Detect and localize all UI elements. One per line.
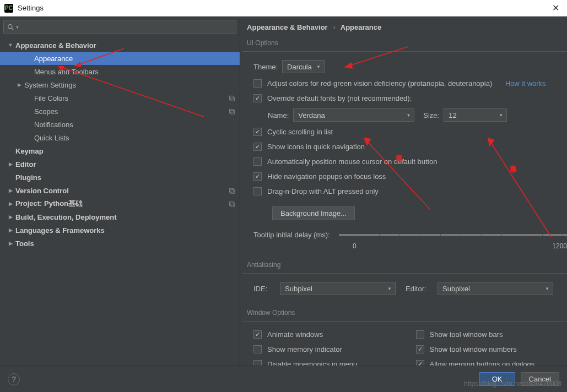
theme-value: Darcula <box>287 63 312 71</box>
svg-rect-5 <box>231 111 235 115</box>
chevron-down-icon: ▼ <box>15 25 19 29</box>
close-icon[interactable]: ✕ <box>549 3 563 13</box>
chevron-down-icon: ▼ <box>499 113 503 118</box>
allow-merge-checkbox[interactable] <box>416 360 424 366</box>
override-fonts-checkbox[interactable] <box>253 94 262 102</box>
tree-item-label: Notifications <box>34 121 235 129</box>
help-icon[interactable]: ? <box>8 373 20 385</box>
adjust-colors-label: Adjust colors for red-green vision defic… <box>267 79 492 88</box>
expand-icon: ▶ <box>8 201 13 206</box>
tree-item[interactable]: Quick Lists <box>0 131 240 144</box>
font-size-value: 12 <box>449 111 456 119</box>
tree-item-label: Version Control <box>15 187 229 195</box>
search-icon <box>7 24 14 31</box>
svg-rect-4 <box>230 109 234 113</box>
breadcrumb: Appearance & Behavior › Appearance <box>240 17 567 37</box>
animate-windows-checkbox[interactable] <box>253 330 262 339</box>
tree-item-label: Build, Execution, Deployment <box>15 213 235 221</box>
how-it-works-link[interactable]: How it works <box>505 79 546 88</box>
expand-icon: ▶ <box>8 161 13 167</box>
tree-item[interactable]: ▶Languages & Frameworks <box>0 224 240 237</box>
tree-item-label: Quick Lists <box>34 134 235 142</box>
ok-button[interactable]: OK <box>479 372 515 386</box>
cancel-button[interactable]: Cancel <box>521 372 559 386</box>
show-memory-checkbox[interactable] <box>253 345 262 353</box>
background-image-button[interactable]: Background Image... <box>272 206 355 220</box>
settings-tree[interactable]: ▼Appearance & BehaviorAppearanceMenus an… <box>0 36 240 366</box>
aa-ide-value: Subpixel <box>285 285 312 293</box>
aa-editor-label: Editor: <box>406 285 433 293</box>
font-name-select[interactable]: Verdana ▼ <box>293 108 414 122</box>
aa-editor-select[interactable]: Subpixel▼ <box>438 282 553 295</box>
chevron-down-icon: ▼ <box>545 286 549 291</box>
cyclic-scroll-checkbox[interactable] <box>253 128 262 136</box>
tree-item[interactable]: ▶Build, Execution, Deployment <box>0 210 240 224</box>
tree-item[interactable]: ▶Tools <box>0 237 240 250</box>
tree-item[interactable]: Menus and Toolbars <box>0 65 240 78</box>
override-fonts-label: Override default fonts by (not recommend… <box>267 94 412 102</box>
tree-item[interactable]: ▶Project: Python基础 <box>0 197 240 210</box>
tree-item[interactable]: ▶Version Control <box>0 184 240 197</box>
aa-ide-select[interactable]: Subpixel▼ <box>280 282 396 295</box>
expand-icon: ▶ <box>8 188 13 193</box>
chevron-down-icon: ▼ <box>406 113 411 118</box>
project-icon <box>229 187 235 194</box>
drag-alt-checkbox[interactable] <box>253 187 262 195</box>
window-title: Settings <box>18 4 549 12</box>
aa-ide-label: IDE: <box>253 285 276 293</box>
tooltip-delay-slider[interactable] <box>339 234 567 236</box>
cyclic-scroll-label: Cyclic scrolling in list <box>267 128 333 136</box>
app-icon: PC <box>4 4 13 13</box>
drag-alt-label: Drag-n-Drop with ALT pressed only <box>267 187 379 195</box>
tree-item[interactable]: ▶System Settings <box>0 78 240 91</box>
breadcrumb-root: Appearance & Behavior <box>247 23 328 31</box>
slider-max: 1200 <box>552 242 567 250</box>
tool-window-bars-checkbox[interactable] <box>416 330 424 339</box>
tree-item[interactable]: ▶Editor <box>0 157 240 171</box>
tree-item[interactable]: Keymap <box>0 144 240 157</box>
slider-min: 0 <box>353 242 357 250</box>
dialog-footer: ? OK Cancel <box>0 366 567 392</box>
auto-cursor-checkbox[interactable] <box>253 157 262 166</box>
theme-select[interactable]: Darcula ▼ <box>282 60 325 73</box>
tree-item-label: Editor <box>15 160 235 168</box>
font-size-label: Size: <box>423 111 439 119</box>
search-input[interactable]: ▼ <box>3 20 236 34</box>
tree-item-label: Scopes <box>34 107 229 116</box>
svg-rect-9 <box>231 203 235 207</box>
tree-item[interactable]: Notifications <box>0 118 240 131</box>
chevron-down-icon: ▼ <box>387 286 392 291</box>
tree-item[interactable]: Appearance <box>0 52 240 65</box>
show-icons-checkbox[interactable] <box>253 143 262 151</box>
tree-item-label: Appearance & Behavior <box>15 41 235 50</box>
section-ui-options: UI Options <box>242 37 567 52</box>
project-icon <box>229 200 235 207</box>
tree-item-label: Plugins <box>15 173 235 182</box>
font-name-label: Name: <box>268 111 289 119</box>
section-antialiasing: Antialiasing <box>242 259 567 274</box>
tree-item[interactable]: Scopes <box>0 105 240 118</box>
tree-item[interactable]: File Colors <box>0 91 240 105</box>
font-name-value: Verdana <box>298 111 325 119</box>
font-size-select[interactable]: 12 ▼ <box>444 108 507 122</box>
tree-item-label: Menus and Toolbars <box>34 68 235 76</box>
adjust-colors-checkbox[interactable] <box>253 79 262 88</box>
expand-icon: ▶ <box>8 214 13 220</box>
tree-item[interactable]: ▼Appearance & Behavior <box>0 39 240 52</box>
expand-icon: ▼ <box>8 42 13 48</box>
auto-cursor-label: Automatically position mouse cursor on d… <box>267 157 438 166</box>
settings-panel: Appearance & Behavior › Appearance UI Op… <box>240 17 567 366</box>
animate-windows-label: Animate windows <box>267 330 323 339</box>
settings-dialog: ▼ ▼Appearance & BehaviorAppearanceMenus … <box>0 17 567 392</box>
theme-label: Theme: <box>253 63 278 71</box>
svg-rect-2 <box>230 96 234 100</box>
project-icon <box>229 108 235 115</box>
tool-window-bars-label: Show tool window bars <box>430 330 503 339</box>
disable-mnemonics-checkbox[interactable] <box>253 360 262 366</box>
tree-item-label: System Settings <box>24 81 235 89</box>
hide-nav-label: Hide navigation popups on focus loss <box>267 172 386 181</box>
hide-nav-checkbox[interactable] <box>253 172 262 181</box>
tool-window-numbers-checkbox[interactable] <box>416 345 424 353</box>
expand-icon: ▶ <box>17 82 22 88</box>
tree-item[interactable]: Plugins <box>0 171 240 184</box>
